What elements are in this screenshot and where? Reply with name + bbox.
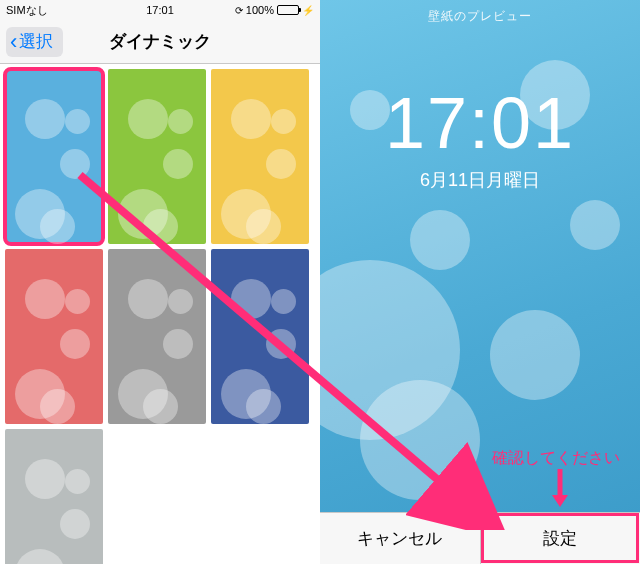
chevron-left-icon: ‹	[10, 31, 17, 53]
lock-date: 6月11日月曜日	[320, 168, 640, 192]
battery-icon	[277, 5, 299, 15]
wallpaper-thumb-gray[interactable]	[108, 249, 206, 424]
preview-header: 壁紙のプレビュー	[320, 8, 640, 25]
wallpaper-thumb-blue[interactable]	[5, 69, 103, 244]
set-button[interactable]: 設定	[480, 512, 641, 564]
wallpaper-thumb-yellow[interactable]	[211, 69, 309, 244]
wallpaper-thumb-green[interactable]	[108, 69, 206, 244]
lock-clock: 17:01	[320, 82, 640, 164]
cancel-button[interactable]: キャンセル	[320, 512, 480, 564]
wallpaper-thumb-red[interactable]	[5, 249, 103, 424]
wallpaper-thumb-navy[interactable]	[211, 249, 309, 424]
back-label: 選択	[19, 30, 53, 53]
wallpaper-picker-screen: SIMなし 17:01 ⟳ 100% ⚡ ‹ 選択 ダイナミック	[0, 0, 320, 564]
navigation-bar: ‹ 選択 ダイナミック	[0, 20, 320, 64]
wallpaper-grid	[0, 64, 320, 564]
status-time: 17:01	[0, 4, 320, 16]
wallpaper-thumb-lgray[interactable]	[5, 429, 103, 564]
status-bar: SIMなし 17:01 ⟳ 100% ⚡	[0, 0, 320, 20]
back-button[interactable]: ‹ 選択	[6, 27, 63, 57]
preview-toolbar: キャンセル 設定	[320, 512, 640, 564]
wallpaper-preview-screen: 壁紙のプレビュー 17:01 6月11日月曜日 キャンセル 設定	[320, 0, 640, 564]
